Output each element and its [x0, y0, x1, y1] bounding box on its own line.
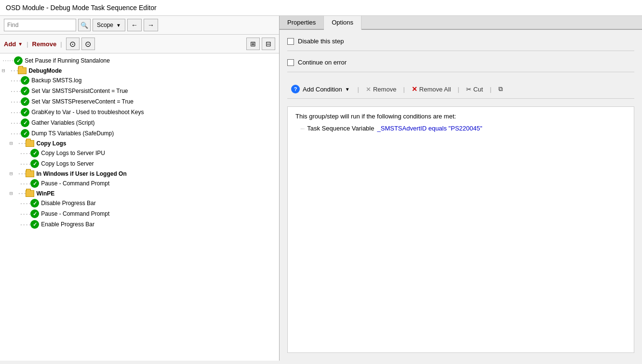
tree-item[interactable]: ···· ✓ Gather Variables (Script) — [0, 117, 279, 128]
condition-area: This group/step will run if the followin… — [287, 106, 634, 353]
options-content: Disable this step Continue on error ? Ad… — [280, 30, 642, 361]
add-condition-label: Add Condition — [303, 86, 342, 93]
up-button[interactable]: ⊙ — [66, 38, 80, 50]
tabs-bar: Properties Options — [280, 16, 642, 30]
folder-icon — [26, 190, 34, 197]
tree-connector: ··· — [10, 67, 18, 74]
right-panel: Properties Options Disable this step Con… — [280, 16, 642, 361]
condition-rule-link[interactable]: _SMSTSAdvertID equals "PS220045" — [377, 125, 482, 132]
tab-properties[interactable]: Properties — [280, 16, 324, 29]
tree-item[interactable]: ⊟ ··· In Windows if User is Logged On — [0, 169, 279, 178]
back-button[interactable]: ← — [127, 19, 142, 31]
tree-item[interactable]: ···· ✓ Copy Logs to Server IPU — [0, 148, 279, 158]
expand-collapse-icon[interactable]: ⊟ — [2, 67, 10, 74]
expand-collapse-icon[interactable]: ⊟ — [10, 140, 17, 146]
tree-connector: ····· — [2, 58, 13, 64]
search-button[interactable]: 🔍 — [78, 19, 91, 31]
condition-remove-all-button[interactable]: ✕ Remove All — [409, 83, 454, 95]
left-panel: 🔍 Scope ▼ ← → Add ▼ | Remove | ⊙ ⊙ ⊞ ⊟ — [0, 16, 280, 361]
separator-2: | — [60, 40, 62, 48]
tree-item[interactable]: ···· ✓ Dump TS Variables (SafeDump) — [0, 128, 279, 139]
action-toolbar: Add ▼ | Remove | ⊙ ⊙ ⊞ ⊟ — [0, 35, 279, 53]
continue-on-error-row: Continue on error — [287, 59, 634, 72]
condition-rule-prefix: Task Sequence Variable — [307, 125, 374, 132]
main-container: 🔍 Scope ▼ ← → Add ▼ | Remove | ⊙ ⊙ ⊞ ⊟ — [0, 16, 642, 361]
item-label: Set Pause if Running Standalone — [25, 57, 110, 64]
condition-cut-button[interactable]: ✂ Cut — [463, 84, 486, 95]
search-input[interactable] — [4, 19, 76, 31]
tree-item[interactable]: ···· ✓ Copy Logs to Server — [0, 158, 279, 169]
scope-label: Scope — [97, 22, 113, 28]
item-label: In Windows if User is Logged On — [36, 170, 126, 177]
add-condition-dropdown-arrow: ▼ — [345, 87, 350, 92]
check-icon: ✓ — [21, 108, 29, 117]
tree-connector: ··· — [17, 190, 26, 197]
tree-item[interactable]: ···· ✓ Pause - Command Prompt — [0, 208, 279, 219]
down-button[interactable]: ⊙ — [81, 38, 95, 50]
condition-copy-button[interactable]: ⧉ — [495, 83, 506, 95]
item-label: Backup SMSTS.log — [31, 77, 81, 84]
tree-item[interactable]: ···· ✓ Set Var SMSTSPersistContent = Tru… — [0, 86, 279, 96]
check-icon: ✓ — [30, 199, 39, 208]
item-label: DebugMode — [28, 67, 62, 74]
item-label: Disable Progress Bar — [41, 200, 95, 207]
title-bar: OSD Module - Debug Mode Task Sequence Ed… — [0, 0, 642, 16]
expand-collapse-icon[interactable]: ⊟ — [10, 190, 17, 196]
tree-item[interactable]: ····· ✓ Set Pause if Running Standalone — [0, 55, 279, 66]
item-label: Gather Variables (Script) — [31, 119, 94, 126]
check-icon: ✓ — [30, 179, 39, 188]
tree-item[interactable]: ⊟ ··· Copy Logs — [0, 139, 279, 148]
item-label: GrabKey to Var - Used to troubleshoot Ke… — [31, 109, 144, 116]
expand-collapse-icon[interactable]: ⊟ — [10, 170, 17, 177]
scope-button[interactable]: Scope ▼ — [93, 19, 125, 31]
tree-container[interactable]: ····· ✓ Set Pause if Running Standalone … — [0, 53, 279, 361]
tree-connector: ···· — [19, 160, 30, 168]
disable-step-checkbox[interactable] — [287, 38, 294, 45]
tab-options-label: Options — [332, 19, 353, 26]
tree-connector: ··· — [17, 140, 26, 147]
scissors-icon: ✂ — [466, 86, 471, 93]
tree-connector: ··· — [17, 170, 26, 177]
continue-on-error-checkbox[interactable] — [287, 59, 294, 66]
forward-button[interactable]: → — [144, 19, 158, 31]
cond-sep-4: | — [490, 86, 491, 93]
condition-remove-all-label: Remove All — [419, 86, 451, 93]
tree-item[interactable]: ⊟ ··· DebugMode — [0, 66, 279, 75]
tree-item[interactable]: ⊟ ··· WinPE — [0, 189, 279, 198]
condition-toolbar: ? Add Condition ▼ | ✕ Remove | ✕ Remove … — [287, 80, 634, 99]
tree-connector: ···· — [10, 109, 21, 116]
folder-icon — [18, 67, 27, 74]
tree-connector: ···· — [19, 180, 30, 187]
tree-item[interactable]: ···· ✓ Set Var SMSTSPreserveContent = Tr… — [0, 96, 279, 107]
item-label: Set Var SMSTSPersistContent = True — [31, 88, 128, 94]
item-label: Pause - Command Prompt — [41, 180, 109, 187]
check-icon: ✓ — [21, 129, 29, 138]
check-icon: ✓ — [30, 209, 39, 218]
item-label: Copy Logs to Server IPU — [41, 150, 105, 156]
tree-item[interactable]: ···· ✓ GrabKey to Var - Used to troubles… — [0, 107, 279, 117]
condition-remove-button[interactable]: ✕ Remove — [363, 84, 399, 95]
tree-item[interactable]: ···· ✓ Backup SMSTS.log — [0, 75, 279, 86]
tab-options[interactable]: Options — [324, 16, 361, 30]
view-button-2[interactable]: ⊟ — [262, 38, 275, 50]
check-icon: ✓ — [21, 97, 29, 106]
add-button[interactable]: Add ▼ — [4, 40, 23, 48]
folder-icon — [26, 140, 34, 147]
tree-item[interactable]: ···· ✓ Disable Progress Bar — [0, 198, 279, 208]
item-label: Enable Progress Bar — [41, 221, 94, 228]
question-icon: ? — [291, 85, 300, 93]
disable-step-label: Disable this step — [298, 38, 344, 45]
check-icon: ✓ — [21, 118, 29, 127]
view-button-1[interactable]: ⊞ — [246, 38, 260, 50]
tree-connector: ···· — [10, 77, 21, 84]
item-label: Copy Logs to Server — [41, 160, 94, 167]
condition-dots: ···· — [300, 126, 304, 131]
continue-on-error-label: Continue on error — [298, 59, 347, 66]
add-condition-button[interactable]: ? Add Condition ▼ — [287, 83, 354, 95]
tree-connector: ···· — [10, 88, 21, 95]
item-label: Set Var SMSTSPreserveContent = True — [31, 98, 134, 105]
tree-item[interactable]: ···· ✓ Enable Progress Bar — [0, 219, 279, 230]
remove-button[interactable]: Remove — [32, 40, 57, 48]
tree-item[interactable]: ···· ✓ Pause - Command Prompt — [0, 178, 279, 189]
remove-label: Remove — [32, 40, 57, 48]
